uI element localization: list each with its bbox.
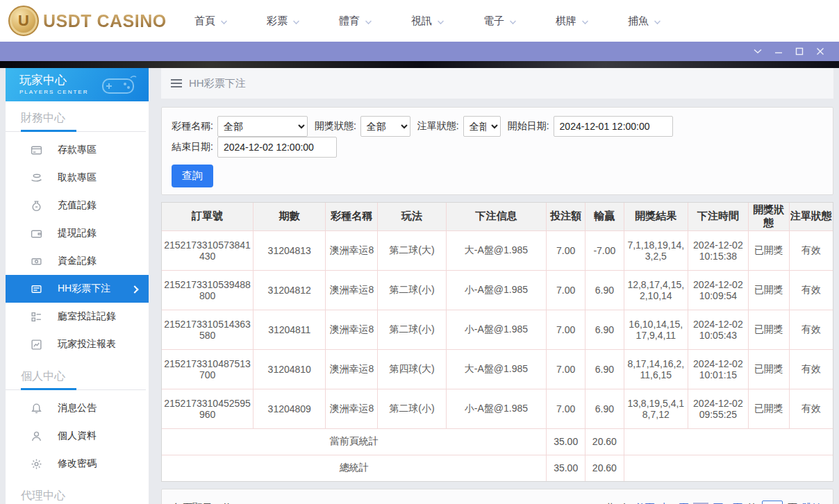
- nav-item-slots[interactable]: 電子: [483, 15, 556, 28]
- table-cell: 已開獎: [748, 270, 789, 310]
- page-number-input[interactable]: [762, 501, 783, 504]
- column-header: 玩法: [378, 203, 446, 230]
- sidebar-item-hh-lottery-bet[interactable]: HH彩票下注: [6, 275, 149, 303]
- table-cell: 有效: [789, 389, 833, 428]
- nav-item-lottery[interactable]: 彩票: [267, 15, 339, 28]
- table-cell: 小-A盤@1.985: [446, 389, 547, 428]
- moneybag-icon: [31, 200, 42, 212]
- table-cell: 第四球(大): [378, 349, 446, 389]
- table-cell: 7,1,18,19,14,3,2,5: [624, 230, 688, 270]
- search-button[interactable]: 查詢: [172, 165, 213, 187]
- end-date-input[interactable]: [217, 137, 337, 158]
- column-header: 訂單號: [162, 203, 254, 230]
- sidebar-item-label: 消息公告: [58, 402, 97, 414]
- sidebar-item-player-bet-report[interactable]: 玩家投注報表: [6, 330, 149, 358]
- table-cell: 第二球(小): [378, 310, 446, 349]
- app-window: U USDT CASINO 首頁彩票體育視訊電子棋牌捕魚 玩家中心 PLAYER…: [0, 0, 839, 504]
- table-cell: -7.00: [585, 230, 624, 270]
- sidebar-item-label: 取款專區: [58, 171, 97, 184]
- nav-item-label: 視訊: [411, 15, 432, 28]
- nav-item-label: 電子: [483, 15, 504, 28]
- bet-card-icon: [31, 283, 42, 295]
- menu-toggle-icon[interactable]: [171, 79, 182, 87]
- sidebar-item-deposit[interactable]: 存款專區: [6, 136, 149, 164]
- coin-letter: U: [18, 12, 29, 30]
- nav-item-video[interactable]: 視訊: [411, 15, 483, 28]
- table-cell: 2152173310452595960: [162, 389, 254, 428]
- table-cell: 第二球(小): [378, 389, 446, 428]
- chevron-down-icon: [365, 17, 372, 24]
- table-cell: 2152173310514363580: [162, 310, 254, 349]
- table-cell: 第二球(小): [378, 270, 446, 310]
- sidebar-item-profile[interactable]: 個人資料: [6, 422, 149, 450]
- draw-status-select[interactable]: 全部: [360, 116, 410, 137]
- dropdown-chevron-icon[interactable]: [747, 44, 768, 59]
- start-date-input[interactable]: [554, 116, 673, 137]
- sidebar-item-withdrawal-record[interactable]: 提現記錄: [6, 219, 149, 247]
- nav-item-board-games[interactable]: 棋牌: [556, 15, 628, 28]
- close-button[interactable]: [810, 44, 831, 59]
- table-cell: 31204811: [254, 310, 326, 349]
- chevron-down-icon: [581, 17, 588, 24]
- summary-row: 總統計35.0020.60: [162, 455, 833, 481]
- start-date-label: 開始日期:: [508, 120, 549, 133]
- table-cell: 6.90: [585, 270, 624, 310]
- table-cell: 有效: [789, 270, 833, 310]
- nav-item-sports[interactable]: 體育: [339, 15, 411, 28]
- sidebar: 玩家中心 PLAYERS CENTER 財務中心存款專區取款專區充值記錄提現記錄…: [6, 68, 149, 504]
- sidebar-header: 玩家中心 PLAYERS CENTER: [6, 68, 149, 101]
- deposit-card-icon: [31, 144, 42, 156]
- table-row: 215217331045259596031204809澳洲幸运8第二球(小)小-…: [162, 389, 833, 428]
- nav-item-label: 彩票: [267, 15, 288, 28]
- summary-empty: [624, 428, 833, 455]
- nav-item-fishing[interactable]: 捕魚: [628, 15, 700, 28]
- summary-row: 當前頁統計35.0020.60: [162, 428, 833, 455]
- table-cell: 已開獎: [748, 230, 789, 270]
- sidebar-item-room-bet-record[interactable]: 廳室投註記錄: [6, 303, 149, 330]
- gear-icon: [31, 458, 42, 470]
- table-cell: 2024-12-02 09:55:25: [688, 389, 748, 428]
- table-cell: 7.00: [547, 389, 585, 428]
- main-nav: 首頁彩票體育視訊電子棋牌捕魚: [194, 15, 700, 28]
- table-cell: 2024-12-02 10:01:15: [688, 349, 748, 389]
- sidebar-item-recharge-record[interactable]: 充值記錄: [6, 192, 149, 219]
- table-cell: 小-A盤@1.985: [446, 270, 547, 310]
- table-cell: 2024-12-02 10:05:43: [688, 310, 748, 349]
- order-status-select[interactable]: 全部: [463, 116, 501, 137]
- sidebar-item-label: 存款專區: [58, 144, 97, 156]
- sidebar-item-withdraw[interactable]: 取款專區: [6, 164, 149, 192]
- sidebar-item-label: HH彩票下注: [58, 283, 110, 295]
- sidebar-item-funds-record[interactable]: 資金記錄: [6, 247, 149, 275]
- end-date-field: 結束日期:: [172, 137, 337, 158]
- table-cell: 2152173310539488800: [162, 270, 254, 310]
- top-navbar: U USDT CASINO 首頁彩票體育視訊電子棋牌捕魚: [0, 0, 839, 42]
- table-cell: 有效: [789, 310, 833, 349]
- sidebar-section: 代理中心: [6, 479, 149, 504]
- table-cell: 6.90: [585, 349, 624, 389]
- filter-row: 彩種名稱:全部開獎狀態:全部注單狀態:全部開始日期:結束日期:: [172, 116, 823, 158]
- start-date-field: 開始日期:: [508, 116, 673, 137]
- sidebar-item-label: 玩家投注報表: [58, 338, 116, 351]
- sidebar-item-announcements[interactable]: 消息公告: [6, 394, 149, 422]
- table-row: 215217331048751370031204810澳洲幸运8第四球(大)大-…: [162, 349, 833, 389]
- filter-panel: 彩種名稱:全部開獎狀態:全部注單狀態:全部開始日期:結束日期: 查詢: [161, 107, 833, 195]
- lottery-select[interactable]: 全部: [217, 116, 308, 137]
- sidebar-item-label: 修改密碼: [58, 457, 97, 470]
- sidebar-section: 個人中心消息公告個人資料修改密碼: [6, 360, 149, 479]
- main-content: HH彩票下注 彩種名稱:全部開獎狀態:全部注單狀態:全部開始日期:結束日期: 查…: [161, 68, 833, 504]
- list-check-icon: [31, 311, 42, 323]
- minimize-button[interactable]: [768, 44, 789, 59]
- nav-item-home[interactable]: 首頁: [194, 15, 267, 28]
- maximize-button[interactable]: [789, 44, 810, 59]
- lottery-field: 彩種名稱:全部: [172, 116, 308, 137]
- table-cell: 已開獎: [748, 389, 789, 428]
- bets-table-panel: 訂單號期數彩種名稱玩法下注信息投注額輸贏開獎結果下注時間開獎狀態注單狀態 215…: [161, 202, 833, 482]
- table-row: 215217331053948880031204812澳洲幸运8第二球(小)小-…: [162, 270, 833, 310]
- table-cell: 已開獎: [748, 310, 789, 349]
- sidebar-item-change-password[interactable]: 修改密碼: [6, 450, 149, 478]
- table-cell: 6.90: [585, 389, 624, 428]
- table-cell: 澳洲幸运8: [326, 230, 378, 270]
- table-cell: 16,10,14,15,17,9,4,11: [624, 310, 688, 349]
- end-date-label: 結束日期:: [172, 141, 213, 153]
- nav-item-label: 首頁: [194, 15, 215, 28]
